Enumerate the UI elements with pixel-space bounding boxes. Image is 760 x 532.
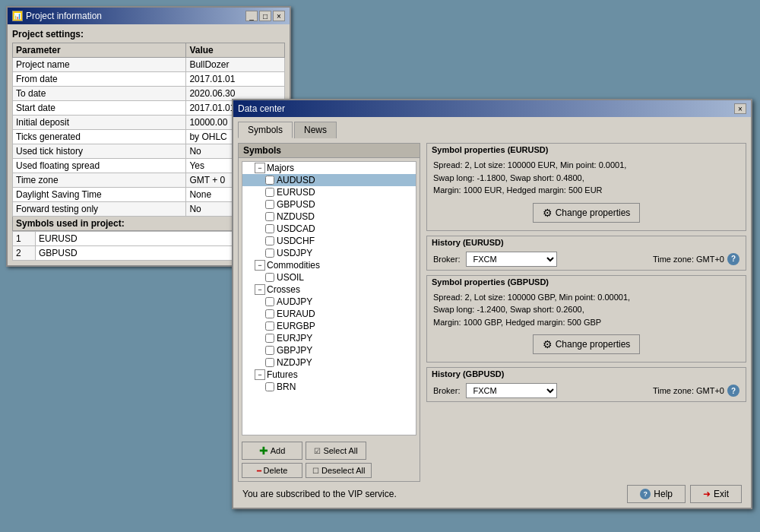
checkbox-audjpy[interactable] [265,297,274,306]
checkbox-nzdusd[interactable] [265,212,274,221]
collapse-futures-icon[interactable]: − [255,369,265,380]
group-majors[interactable]: − Majors [242,162,416,174]
history-gbpusd-content: Broker: FXCM Time zone: GMT+0 ? [427,380,746,401]
subscription-text: You are subscribed to the VIP service. [242,489,397,499]
symbol-num: 1 [13,232,36,246]
checkbox-usdjpy[interactable] [265,249,274,258]
tab-symbols[interactable]: Symbols [238,122,293,138]
broker-eurusd-select[interactable]: FXCM [466,252,557,267]
tree-item-brn[interactable]: BRN [242,381,416,393]
param-cell: Project name [13,58,186,72]
tree-item-eurgbp[interactable]: EURGBP [242,320,416,332]
symbols-tree[interactable]: − Majors AUDUSD EURUSD GBPUSD [242,161,416,435]
minimize-button[interactable]: _ [245,11,258,21]
add-button[interactable]: ✚ Add [242,442,302,460]
deselect-all-button[interactable]: ☐ Deselect All [306,463,372,478]
tree-item-nzdjpy[interactable]: NZDJPY [242,356,416,369]
param-cell: Forward testing only [13,202,186,217]
datacenter-close-button[interactable]: × [734,103,746,114]
help-gbpusd-icon[interactable]: ? [727,385,739,397]
tree-item-gbpjpy[interactable]: GBPJPY [242,344,416,356]
label-nzdjpy: NZDJPY [277,357,312,368]
tree-item-eurusd[interactable]: EURUSD [242,186,416,198]
project-window-titlebar: 📊 Project information _ □ × [8,8,290,24]
select-all-label: Select All [323,446,357,455]
label-usoil: USOIL [277,272,304,283]
label-eurusd: EURUSD [277,187,315,198]
group-crosses-label: Crosses [267,284,300,295]
label-nzdusd: NZDUSD [277,211,315,222]
tree-item-euraud[interactable]: EURAUD [242,308,416,320]
change-props-gbpusd-button[interactable]: ⚙ Change properties [533,334,641,354]
tree-item-usoil[interactable]: USOIL [242,271,416,283]
checkbox-euraud[interactable] [265,309,274,318]
checkbox-eurgbp[interactable] [265,321,274,331]
datacenter-title: Data center [238,103,285,114]
tree-item-usdchf[interactable]: USDCHF [242,235,416,247]
close-button[interactable]: × [273,11,285,21]
add-label: Add [271,446,286,455]
history-gbpusd-group: History (GBPUSD) Broker: FXCM Time zone:… [426,367,746,402]
param-cell: Used floating spread [13,159,186,173]
collapse-majors-icon[interactable]: − [255,163,265,173]
param-header: Parameter [13,43,186,58]
help-button-label: Help [654,489,673,499]
checkbox-usoil[interactable] [265,273,274,282]
checkbox-nzdjpy[interactable] [265,358,274,367]
checkbox-gbpjpy[interactable] [265,346,274,355]
tree-item-audusd[interactable]: AUDUSD [242,174,416,186]
right-panel: Symbol properties (EURUSD) Spread: 2, Lo… [426,143,746,482]
tree-item-usdjpy[interactable]: USDJPY [242,247,416,259]
label-eurgbp: EURGBP [277,321,315,331]
collapse-crosses-icon[interactable]: − [255,284,265,295]
change-props-gbpusd-icon: ⚙ [543,338,553,350]
param-cell: Initial deposit [13,116,186,130]
datacenter-titlebar: Data center × [233,100,751,117]
checkbox-eurusd[interactable] [265,188,274,197]
collapse-commodities-icon[interactable]: − [255,260,265,271]
timezone-eurusd-text: Time zone: GMT+0 [653,255,724,264]
tree-item-gbpusd[interactable]: GBPUSD [242,198,416,211]
checkbox-brn[interactable] [265,382,274,391]
checkbox-gbpusd[interactable] [265,200,274,209]
exit-button[interactable]: ➜ Exit [690,485,742,503]
table-row: From date2017.01.01 [13,72,285,87]
datacenter-bottom: You are subscribed to the VIP service. ?… [238,482,746,503]
checkbox-usdchf[interactable] [265,236,274,245]
help-button[interactable]: ? Help [627,485,686,503]
bottom-buttons: ? Help ➜ Exit [627,485,742,503]
datacenter-content: Symbols News Symbols − Majors AUDUSD [233,117,751,508]
label-brn: BRN [277,382,296,392]
param-cell: Time zone [13,173,186,188]
gbpusd-line2: Swap long: -1.2400, Swap short: 0.2600, [433,303,739,316]
select-all-button[interactable]: ☑ Select All [306,442,366,460]
tree-item-audjpy[interactable]: AUDJPY [242,296,416,308]
checkbox-eurjpy[interactable] [265,334,274,343]
help-eurusd-icon[interactable]: ? [727,253,739,265]
tree-item-nzdusd[interactable]: NZDUSD [242,211,416,223]
symbol-props-gbpusd-content: Spread: 2, Lot size: 100000 GBP, Min poi… [427,288,746,332]
delete-icon: ━ [257,467,261,475]
label-usdcad: USDCAD [277,223,315,234]
maximize-button[interactable]: □ [259,11,271,21]
tree-item-usdcad[interactable]: USDCAD [242,223,416,235]
group-commodities[interactable]: − Commodities [242,259,416,271]
change-props-eurusd-label: Change properties [556,207,631,218]
delete-button[interactable]: ━ Delete [242,463,302,478]
broker-gbpusd-select[interactable]: FXCM [466,383,557,398]
label-audusd: AUDUSD [277,175,315,185]
checkbox-audusd[interactable] [265,176,274,185]
history-gbpusd-title: History (GBPUSD) [427,368,746,380]
symbol-num: 2 [13,246,36,261]
group-futures[interactable]: − Futures [242,369,416,381]
change-props-eurusd-button[interactable]: ⚙ Change properties [533,203,641,223]
param-cell: Used tick history [13,144,186,159]
gbpusd-line3: Margin: 1000 GBP, Hedged margin: 500 GBP [433,316,739,329]
label-eurjpy: EURJPY [277,333,312,344]
checkbox-usdcad[interactable] [265,224,274,233]
tree-item-eurjpy[interactable]: EURJPY [242,332,416,344]
tab-news[interactable]: News [294,122,337,138]
group-crosses[interactable]: − Crosses [242,283,416,296]
add-icon: ✚ [259,445,268,457]
exit-icon: ➜ [703,489,711,499]
